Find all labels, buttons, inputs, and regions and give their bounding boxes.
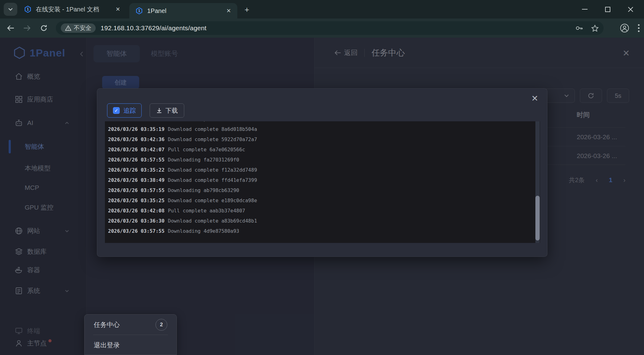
log-timestamp: 2026/03/26 03:57:55 — [108, 228, 164, 234]
log-timestamp: 2026/03/26 03:36:30 — [108, 218, 164, 224]
log-timestamp: 2026/03/26 03:42:08 — [108, 208, 164, 214]
tab-title: 在线安装 - 1Panel 文档 — [36, 5, 114, 14]
download-button[interactable]: 下载 — [150, 103, 184, 118]
log-line: 2026/03/26 03:57:55Downloading 4d9e87580… — [108, 226, 540, 236]
log-timestamp: 2026/03/26 03:35:22 — [108, 167, 164, 173]
download-icon — [156, 107, 162, 114]
window-controls — [580, 0, 644, 19]
log-line: 2026/03/26 03:38:49Download complete ffd… — [108, 175, 540, 185]
log-message: Pull complete aab3b37e4807 — [168, 208, 245, 214]
window-minimize-icon[interactable] — [580, 5, 589, 14]
log-lines: 2026/03/26 03:35:12Download complete f7d… — [105, 121, 540, 236]
tab-search-button[interactable] — [4, 3, 17, 16]
window-close-icon[interactable] — [626, 5, 635, 14]
profile-icon[interactable] — [620, 23, 629, 33]
forward-button[interactable] — [21, 22, 33, 34]
menu-kebab-icon[interactable] — [638, 24, 640, 32]
menu-item-logout[interactable]: 退出登录 — [85, 335, 177, 355]
log-timestamp: 2026/03/26 03:38:49 — [108, 177, 164, 183]
tab-title: 1Panel — [147, 7, 224, 15]
browser-tab-1panel[interactable]: 1 1Panel ✕ — [129, 3, 237, 19]
tab-close-icon[interactable]: ✕ — [114, 5, 122, 14]
user-menu-popover: 任务中心 2 退出登录 — [84, 314, 177, 355]
log-message: Download complete e189c0dca98e — [168, 198, 257, 203]
log-line: 2026/03/26 03:57:55Downloading ab798cb63… — [108, 185, 540, 195]
log-modal: ✕ ✓ 追踪 下载 2026/03/26 03:35:12Download co… — [97, 88, 547, 257]
modal-close-icon[interactable]: ✕ — [529, 93, 540, 104]
page-viewport: 1Panel 概览 应用商店 AI 智能体 — [0, 38, 644, 355]
url-text: 192.168.10.3:37629/ai/agents/agent — [101, 24, 206, 32]
back-button[interactable] — [4, 22, 17, 34]
task-count-badge: 2 — [156, 319, 167, 331]
log-timestamp: 2026/03/26 03:57:55 — [108, 157, 164, 163]
browser-tab-docs[interactable]: 1 在线安装 - 1Panel 文档 ✕ — [19, 0, 127, 19]
scrollbar-thumb[interactable] — [535, 196, 540, 240]
menu-item-task-center[interactable]: 任务中心 2 — [85, 315, 177, 335]
log-line: 2026/03/26 03:36:30Download complete a83… — [108, 216, 540, 226]
log-message: Download complete a83b69cd48b1 — [168, 218, 257, 224]
log-line: 2026/03/26 03:35:12Download complete f7d… — [108, 121, 540, 124]
onepanel-favicon-icon: 1 — [135, 7, 143, 15]
new-tab-button[interactable]: + — [242, 5, 251, 14]
log-message: Pull complete 6a7e0620566c — [168, 147, 245, 152]
onepanel-favicon-icon: 1 — [24, 6, 31, 13]
log-timestamp: 2026/03/26 03:35:19 — [108, 126, 164, 132]
log-line: 2026/03/26 03:42:36Download complete 592… — [108, 134, 540, 144]
log-message: Downloading 4d9e87580a93 — [168, 228, 239, 234]
log-line: 2026/03/26 03:35:19Download complete 8a6… — [108, 124, 540, 134]
log-line: 2026/03/26 03:57:55Downloading fa2703126… — [108, 155, 540, 165]
chevron-down-icon — [8, 8, 13, 11]
log-line: 2026/03/26 03:35:22Download complete f12… — [108, 165, 540, 175]
log-terminal[interactable]: 2026/03/26 03:35:12Download complete f7d… — [105, 121, 540, 243]
warning-icon — [65, 25, 71, 31]
log-message: Downloading ab798cb63290 — [168, 187, 239, 193]
log-timestamp: 2026/03/26 03:57:55 — [108, 187, 164, 193]
window-maximize-icon[interactable] — [603, 5, 612, 14]
log-message: Download complete 8a6d018b504a — [168, 126, 257, 132]
log-line: 2026/03/26 03:42:07Pull complete 6a7e062… — [108, 144, 540, 155]
log-timestamp: 2026/03/26 03:35:25 — [108, 198, 164, 203]
security-chip[interactable]: 不安全 — [61, 23, 96, 33]
browser-toolbar: 不安全 192.168.10.3:37629/ai/agents/agent — [0, 19, 644, 38]
log-timestamp: 2026/03/26 03:42:07 — [108, 147, 164, 152]
tab-close-icon[interactable]: ✕ — [224, 6, 233, 15]
log-message: Download complete ffd41efa7399 — [168, 177, 257, 183]
checkbox-checked-icon[interactable]: ✓ — [113, 107, 120, 114]
browser-tab-strip: 1 在线安装 - 1Panel 文档 ✕ 1 1Panel ✕ + — [0, 0, 644, 19]
log-timestamp: 2026/03/26 03:42:36 — [108, 136, 164, 142]
log-message: Downloading fa27031269f0 — [168, 157, 239, 163]
follow-toggle-button[interactable]: ✓ 追踪 — [107, 103, 142, 118]
log-message: Download complete 5922d70a72a7 — [168, 136, 257, 142]
security-label: 不安全 — [74, 24, 91, 32]
log-line: 2026/03/26 03:35:25Download complete e18… — [108, 195, 540, 206]
password-key-icon[interactable] — [575, 25, 583, 31]
log-message: Download complete f12a32dd7489 — [168, 167, 257, 173]
address-bar[interactable]: 不安全 192.168.10.3:37629/ai/agents/agent — [56, 21, 604, 35]
log-timestamp: 2026/03/26 03:35:12 — [108, 121, 164, 122]
reload-button[interactable] — [38, 22, 50, 34]
bookmark-star-icon[interactable] — [591, 25, 599, 32]
log-message: Download complete f7d8c4ab504a — [168, 121, 257, 122]
log-line: 2026/03/26 03:42:08Pull complete aab3b37… — [108, 206, 540, 216]
